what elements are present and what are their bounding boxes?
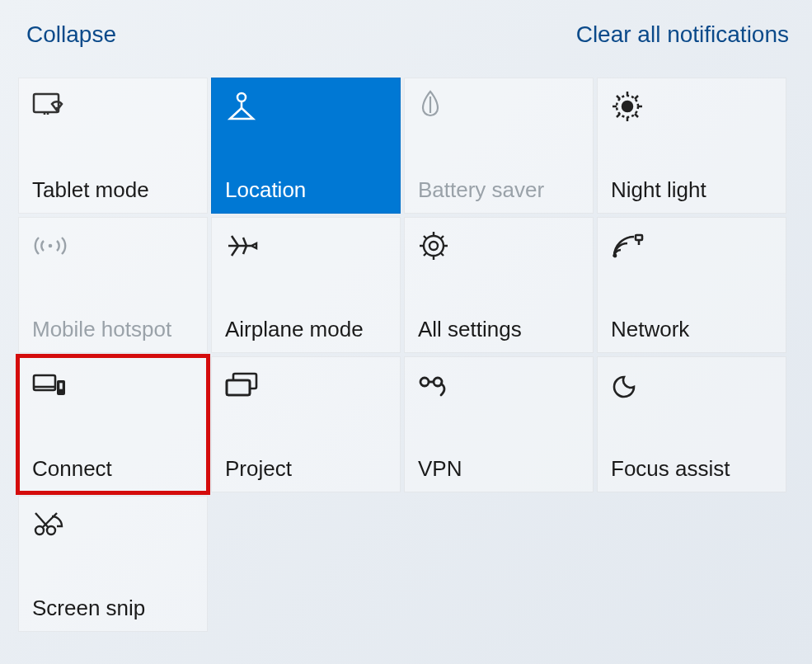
airplane-mode-label: Airplane mode <box>225 317 387 342</box>
vpn-label: VPN <box>418 456 580 482</box>
project-tile[interactable]: Project <box>211 356 401 492</box>
airplane-mode-tile[interactable]: Airplane mode <box>211 217 401 353</box>
focus-assist-label: Focus assist <box>611 456 772 482</box>
svg-point-2 <box>237 93 246 101</box>
svg-line-10 <box>617 96 620 99</box>
mobile-hotspot-label: Mobile hotspot <box>32 317 194 342</box>
svg-rect-25 <box>227 380 250 395</box>
svg-point-17 <box>613 254 617 258</box>
project-label: Project <box>225 456 387 482</box>
svg-point-15 <box>429 242 438 250</box>
focus-assist-icon <box>611 369 772 402</box>
night-light-tile[interactable]: Night light <box>597 78 786 214</box>
tablet-mode-tile[interactable]: Tablet mode <box>18 78 208 214</box>
all-settings-tile[interactable]: All settings <box>404 217 594 353</box>
svg-point-4 <box>622 101 632 111</box>
tablet-mode-icon <box>32 90 194 123</box>
project-icon <box>225 369 387 402</box>
all-settings-label: All settings <box>418 317 580 342</box>
svg-line-11 <box>635 114 638 117</box>
location-label: Location <box>225 177 387 203</box>
battery-saver-tile[interactable]: Battery saver <box>404 78 594 214</box>
svg-point-14 <box>49 244 53 248</box>
svg-point-28 <box>434 378 442 386</box>
battery-saver-icon <box>418 90 580 123</box>
tablet-mode-label: Tablet mode <box>32 177 194 203</box>
airplane-icon <box>225 229 387 262</box>
svg-point-27 <box>420 378 429 386</box>
settings-gear-icon <box>418 229 580 262</box>
svg-rect-23 <box>59 382 63 390</box>
svg-line-32 <box>35 513 49 528</box>
collapse-link[interactable]: Collapse <box>26 21 116 48</box>
action-center-panel: Collapse Clear all notifications Tablet … <box>0 0 812 647</box>
mobile-hotspot-tile[interactable]: Mobile hotspot <box>18 217 208 353</box>
svg-point-16 <box>424 236 444 256</box>
screen-snip-label: Screen snip <box>32 596 194 621</box>
vpn-icon <box>418 369 580 402</box>
svg-rect-18 <box>636 235 642 240</box>
network-tile[interactable]: Network <box>597 217 786 353</box>
connect-tile[interactable]: Connect <box>18 356 208 492</box>
screen-snip-icon <box>32 508 194 541</box>
mobile-hotspot-icon <box>32 229 194 262</box>
screen-snip-tile[interactable]: Screen snip <box>18 496 208 632</box>
network-icon <box>611 229 772 262</box>
svg-line-12 <box>635 96 638 99</box>
clear-notifications-link[interactable]: Clear all notifications <box>576 21 789 48</box>
connect-label: Connect <box>32 456 194 482</box>
night-light-icon <box>611 90 772 123</box>
svg-line-13 <box>617 114 620 117</box>
location-icon <box>225 90 387 123</box>
vpn-tile[interactable]: VPN <box>404 356 594 492</box>
battery-saver-label: Battery saver <box>418 177 580 203</box>
network-label: Network <box>611 317 772 342</box>
night-light-label: Night light <box>611 177 772 203</box>
header-row: Collapse Clear all notifications <box>18 15 797 54</box>
connect-icon <box>32 369 194 402</box>
location-tile[interactable]: Location <box>211 78 401 214</box>
focus-assist-tile[interactable]: Focus assist <box>597 356 786 492</box>
svg-point-1 <box>56 107 58 109</box>
quick-actions-grid: Tablet mode Location Battery saver <box>18 78 797 632</box>
